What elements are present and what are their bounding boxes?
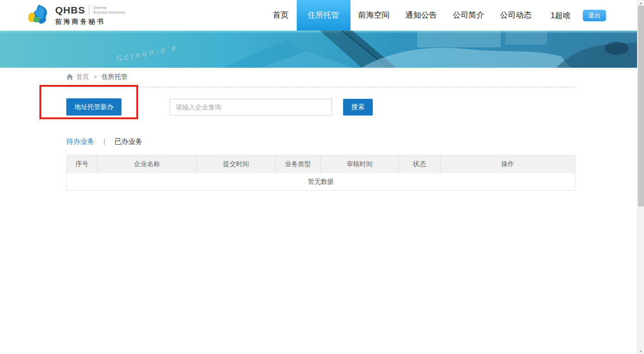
- nav-item-company-news[interactable]: 公司动态: [492, 0, 540, 31]
- logo-text: QHBS QianHai Business Secretary 前海商务秘书: [55, 5, 125, 26]
- business-table: 序号 企业名称 提交时间 业务类型 审核时间 状态 操作 暂无数据: [66, 155, 575, 191]
- breadcrumb: 首页 > 住所托管: [66, 68, 575, 86]
- breadcrumb-home-link[interactable]: 首页: [76, 73, 89, 81]
- table-header-actions: 操作: [440, 155, 575, 173]
- scrollbar-up-arrow-icon[interactable]: ▲: [638, 0, 644, 6]
- breadcrumb-current: 住所托管: [102, 73, 128, 81]
- enterprise-search-input[interactable]: [170, 99, 332, 116]
- logout-button[interactable]: 退出: [583, 10, 606, 21]
- main-nav: 首页 住所托管 前海空间 通知公告 公司简介 公司动态 1超啥 退出: [265, 0, 637, 31]
- toolbar: 地址托管新办 搜索: [66, 87, 575, 133]
- scrollbar[interactable]: ▲ ▼: [637, 0, 644, 354]
- user-name[interactable]: 1超啥: [540, 10, 576, 21]
- table-header-review-time: 审核时间: [321, 155, 399, 173]
- main-content: 首页 > 住所托管 地址托管新办 搜索 待办业务 | 已办业务 序号 企业名称 …: [66, 68, 575, 191]
- tab-completed-business[interactable]: 已办业务: [115, 137, 142, 146]
- logo-chinese-name: 前海商务秘书: [55, 18, 125, 26]
- logo-divider: [89, 5, 89, 15]
- nav-item-residence-hosting[interactable]: 住所托管: [297, 0, 351, 31]
- breadcrumb-separator: >: [94, 74, 97, 80]
- empty-data-text: 暂无数据: [308, 178, 334, 186]
- banner-photo: [0, 31, 637, 68]
- nav-item-qianhai-space[interactable]: 前海空间: [351, 0, 398, 31]
- scrollbar-thumb[interactable]: [638, 6, 644, 206]
- table-empty-row: 暂无数据: [67, 173, 575, 191]
- business-tabs: 待办业务 | 已办业务: [66, 134, 575, 149]
- banner-image: Screen-e'e: [0, 31, 637, 68]
- tab-separator: |: [103, 138, 105, 145]
- table-header-business-type: 业务类型: [275, 155, 321, 173]
- table-header-company-name: 企业名称: [97, 155, 197, 173]
- scrollbar-down-arrow-icon[interactable]: ▼: [638, 348, 644, 354]
- table-header-serial: 序号: [67, 155, 97, 173]
- new-address-hosting-button[interactable]: 地址托管新办: [66, 98, 121, 116]
- nav-item-home[interactable]: 首页: [265, 0, 297, 31]
- search-button[interactable]: 搜索: [343, 99, 373, 116]
- table-header-status: 状态: [399, 155, 440, 173]
- home-icon: [66, 74, 73, 80]
- logo-splash-icon: [26, 4, 51, 27]
- logo-abbr: QHBS: [55, 5, 85, 16]
- table-header-submit-time: 提交时间: [197, 155, 275, 173]
- top-nav-bar: QHBS QianHai Business Secretary 前海商务秘书 首…: [0, 0, 637, 31]
- logo[interactable]: QHBS QianHai Business Secretary 前海商务秘书: [26, 4, 125, 27]
- nav-item-notices[interactable]: 通知公告: [398, 0, 445, 31]
- tab-pending-business[interactable]: 待办业务: [66, 137, 94, 146]
- table-header-row: 序号 企业名称 提交时间 业务类型 审核时间 状态 操作: [67, 155, 575, 173]
- logo-tagline: QianHai Business Secretary: [93, 6, 125, 15]
- nav-item-company-profile[interactable]: 公司简介: [445, 0, 492, 31]
